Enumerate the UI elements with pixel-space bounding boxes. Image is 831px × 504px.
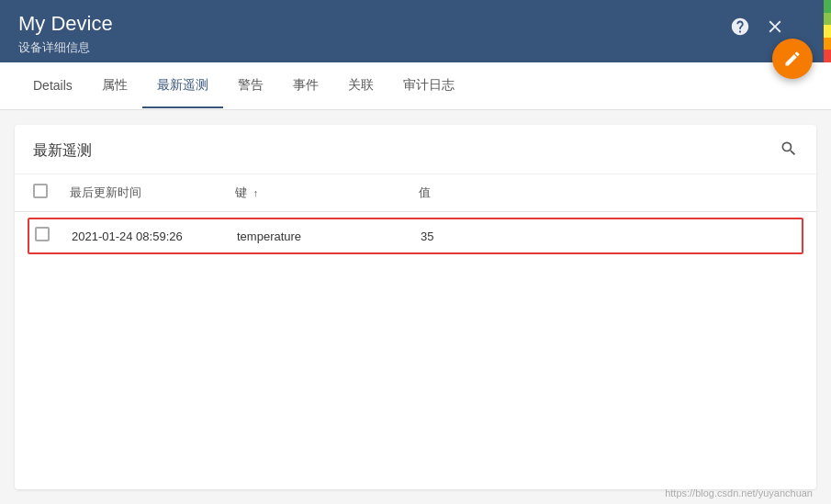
- section-header: 最新遥测: [15, 125, 816, 174]
- close-icon[interactable]: [765, 17, 785, 41]
- edit-fab-button[interactable]: [772, 39, 813, 79]
- row-content: 2021-01-24 08:59:26 temperature 35: [35, 227, 796, 245]
- search-icon[interactable]: [780, 140, 798, 162]
- header-checkbox-col: [33, 184, 70, 202]
- tabs-bar: Details 属性 最新遥测 警告 事件 关联 审计日志: [0, 62, 831, 110]
- tab-alarms[interactable]: 警告: [223, 64, 278, 108]
- column-header-time: 最后更新时间: [70, 185, 235, 201]
- tab-events[interactable]: 事件: [278, 64, 333, 108]
- cell-value: 35: [421, 230, 796, 243]
- column-header-key: 键 ↑: [235, 185, 419, 201]
- page-title: My Device: [18, 11, 813, 38]
- tab-audit[interactable]: 审计日志: [388, 64, 469, 108]
- tab-telemetry[interactable]: 最新遥测: [142, 64, 223, 108]
- page-header: My Device 设备详细信息: [0, 0, 831, 62]
- header-actions: [730, 17, 785, 41]
- section-title: 最新遥测: [33, 141, 92, 161]
- row-checkbox[interactable]: [35, 227, 50, 241]
- tab-relations[interactable]: 关联: [333, 64, 388, 108]
- side-color-bar: [824, 0, 831, 62]
- sort-icon[interactable]: ↑: [253, 187, 259, 198]
- cell-key: temperature: [237, 230, 421, 243]
- tab-details[interactable]: Details: [18, 65, 87, 107]
- row-checkbox-col: [35, 227, 72, 245]
- column-header-value: 值: [419, 185, 798, 201]
- select-all-checkbox[interactable]: [33, 184, 48, 198]
- table-row-highlighted: 2021-01-24 08:59:26 temperature 35: [28, 218, 803, 254]
- help-icon[interactable]: [730, 17, 750, 41]
- cell-time: 2021-01-24 08:59:26: [72, 230, 237, 243]
- tab-attributes[interactable]: 属性: [87, 64, 142, 108]
- page-subtitle: 设备详细信息: [18, 39, 813, 56]
- main-content: 最新遥测 最后更新时间 键 ↑ 值 2021-01-24 08:59:26 te…: [15, 125, 816, 489]
- table-header: 最后更新时间 键 ↑ 值: [15, 174, 816, 212]
- watermark: https://blog.csdn.net/yuyanchuan: [665, 487, 813, 498]
